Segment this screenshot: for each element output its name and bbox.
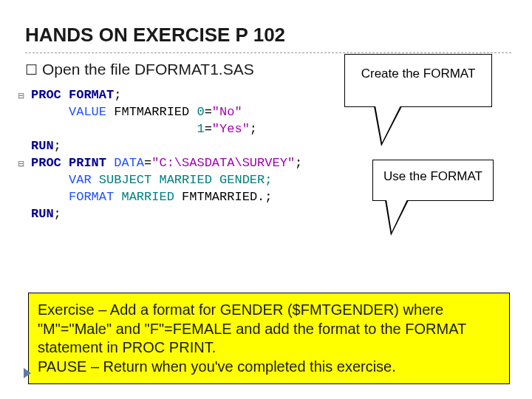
exercise-text: Exercise – Add a format for GENDER ($FMT… [38,301,466,375]
var-list: SUBJECT MARRIED GENDER; [92,172,273,189]
kw-print: PRINT [61,155,106,172]
semicolon: ; [54,138,61,155]
kw-format: FORMAT [61,87,114,104]
fmt-ref: FMTMARRIED. [182,189,265,206]
lit-zero: 0 [197,104,204,121]
fold-icon: ⊟ [18,90,31,101]
kw-var: VAR [69,172,92,189]
kw-data: DATA [106,155,144,172]
semicolon: ; [295,155,302,172]
equals: = [205,104,212,121]
exercise-box: Exercise – Add a format for GENDER ($FMT… [28,293,510,384]
str-no: "No" [212,104,242,121]
code-line-8: RUN; [18,206,511,223]
bullet-rest: the file DFORMAT1.SAS [84,61,254,78]
lit-one: 1 [197,121,204,138]
slide-title: HANDS ON EXERCISE P 102 [25,24,511,47]
semicolon: ; [250,121,257,138]
var-married: MARRIED [114,189,182,206]
kw-run: RUN [31,206,54,223]
bullet-prefix: Open [42,61,84,78]
code-line-3: 1="Yes"; [18,121,511,138]
str-path: "C:\SASDATA\SURVEY" [151,155,295,172]
semicolon: ; [54,206,61,223]
title-divider [25,52,511,53]
equals: = [205,121,212,138]
checkbox-icon: ☐ [25,63,38,77]
semicolon: ; [114,87,121,104]
str-yes: "Yes" [212,121,250,138]
kw-value: VALUE [69,104,106,121]
kw-proc: PROC [31,87,61,104]
semicolon: ; [265,189,272,206]
kw-proc: PROC [31,155,61,172]
bullet-text: Open the file DFORMAT1.SAS [42,61,254,78]
callout-tail-fill [375,106,400,143]
fold-icon: ⊟ [18,158,31,169]
kw-format: FORMAT [69,189,114,206]
callout-use-format: Use the FORMAT [372,160,494,201]
callout-create-format: Create the FORMAT [344,54,492,107]
fmt-name: FMTMARRIED [106,104,197,121]
slide-marker-icon [24,368,31,378]
kw-run: RUN [31,138,54,155]
equals: = [144,155,151,172]
callout-tail-fill [386,200,407,232]
code-block: ⊟PROC FORMAT; VALUE FMTMARRIED 0="No" 1=… [18,87,511,223]
code-line-4: RUN; [18,138,511,155]
